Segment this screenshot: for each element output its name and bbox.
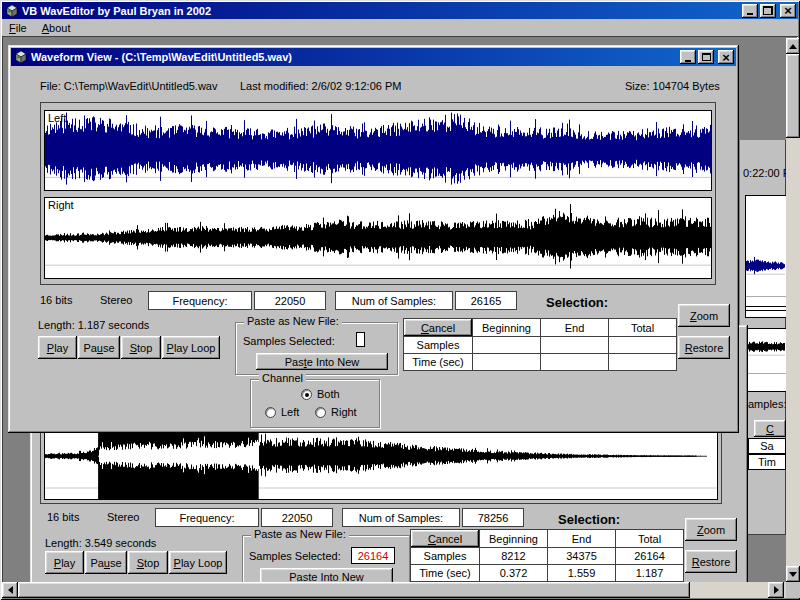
- win1-num-samples-field: Num of Samples: 26165: [335, 291, 517, 310]
- win2-cancel-button[interactable]: Cancel: [411, 530, 479, 547]
- win2-num-samples-field: Num of Samples: 78256: [342, 508, 524, 527]
- num-samples-value: 26165: [455, 291, 517, 310]
- win1-frequency-field: Frequency: 22050: [148, 291, 326, 310]
- gridline: [746, 306, 786, 307]
- win1-length-label: Length: 1.187 seconds: [38, 319, 149, 331]
- win1-pause-button[interactable]: Pause: [78, 336, 120, 359]
- time-end-value: 1.559: [548, 565, 615, 581]
- win1-play-button[interactable]: Play: [38, 336, 77, 359]
- menu-item-about[interactable]: About: [42, 22, 71, 34]
- scroll-left-button[interactable]: [2, 582, 18, 598]
- win2-selection-label: Selection:: [558, 512, 620, 527]
- window-icon: [13, 50, 27, 64]
- column-header-end: End: [541, 319, 608, 336]
- app-title: VB WavEditor by Paul Bryan in 2002: [22, 5, 740, 17]
- row-label-time: Time (sec): [411, 565, 479, 581]
- channel-group: Channel Both Left Right: [250, 379, 380, 428]
- samples-selected-label: Samples Selected:: [243, 335, 335, 347]
- win2-play-loop-button[interactable]: Play Loop: [169, 551, 227, 574]
- radio-icon: [315, 407, 326, 418]
- arrow-right-icon: [774, 586, 779, 594]
- horizontal-scrollbar[interactable]: [2, 582, 786, 598]
- win1-waveform-frame: Left Right: [40, 102, 716, 285]
- samples-total-value: [609, 337, 676, 353]
- win1-zoom-button[interactable]: Zoom: [678, 304, 730, 327]
- win2-length-label: Length: 3.549 seconds: [45, 537, 156, 549]
- win1-paste-group: Paste as New File: Samples Selected: Pas…: [235, 322, 398, 375]
- win3-time-row-fragment: Tim: [748, 454, 786, 470]
- win3-left-waveform-box[interactable]: [745, 195, 786, 318]
- app-close-button[interactable]: [780, 4, 796, 18]
- win3-cancel-button-fragment[interactable]: C: [754, 420, 786, 437]
- samples-beginning-value: [473, 337, 540, 353]
- gridline: [746, 373, 786, 374]
- minimize-icon: [747, 13, 753, 15]
- scroll-down-button[interactable]: [786, 566, 800, 582]
- win2-restore-button[interactable]: Restore: [685, 550, 737, 573]
- win1-maximize-button[interactable]: [698, 50, 714, 64]
- right-channel-box[interactable]: Right: [44, 197, 712, 279]
- win2-pause-button[interactable]: Pause: [85, 551, 127, 574]
- arrow-down-icon: [789, 572, 797, 577]
- win1-close-button[interactable]: [718, 50, 734, 64]
- win1-mode-label: Stereo: [100, 294, 132, 306]
- win2-frequency-field: Frequency: 22050: [155, 508, 333, 527]
- paste-group-legend: Paste as New File:: [244, 315, 342, 327]
- column-header-total: Total: [616, 530, 683, 547]
- left-channel-box[interactable]: Left: [44, 110, 712, 191]
- win2-stop-button[interactable]: Stop: [128, 551, 168, 574]
- win1-title: Waveform View - (C:\Temp\WavEdit\Untitle…: [31, 51, 678, 63]
- waveform-window[interactable]: Waveform View - (C:\Temp\WavEdit\Untitle…: [8, 45, 739, 433]
- vertical-scrollbar[interactable]: [786, 38, 800, 582]
- time-beginning-value: [473, 354, 540, 370]
- close-icon: [722, 50, 730, 65]
- horizontal-scrollbar-thumb[interactable]: [18, 582, 690, 598]
- win1-play-loop-button[interactable]: Play Loop: [162, 336, 220, 359]
- samples-end-value: [541, 337, 608, 353]
- scrollbar-corner: [786, 582, 800, 598]
- left-channel-waveform: [45, 111, 711, 190]
- win3-right-waveform-box[interactable]: [745, 328, 786, 392]
- num-samples-label: Num of Samples:: [335, 291, 453, 310]
- gridline: [746, 296, 786, 297]
- app-minimize-button[interactable]: [742, 4, 758, 18]
- close-icon: [784, 3, 792, 18]
- gridline: [746, 310, 786, 311]
- win1-titlebar[interactable]: Waveform View - (C:\Temp\WavEdit\Untitle…: [11, 48, 736, 66]
- column-header-beginning: Beginning: [473, 319, 540, 336]
- time-end-value: [541, 354, 608, 370]
- win2-waveform-box[interactable]: [44, 429, 718, 500]
- win2-paste-group: Paste as New File: Samples Selected: 261…: [242, 535, 410, 587]
- app-restore-button[interactable]: [760, 4, 776, 18]
- channel-group-legend: Channel: [259, 372, 306, 384]
- win2-zoom-button[interactable]: Zoom: [685, 518, 737, 541]
- last-modified-label: Last modified: 2/6/02 9:12:06 PM: [240, 80, 401, 92]
- scroll-right-button[interactable]: [768, 582, 784, 598]
- win3-left-waveform: [746, 254, 785, 278]
- win1-restore-button[interactable]: Restore: [678, 336, 730, 359]
- win1-paste-into-new-button[interactable]: Paste Into New: [256, 353, 388, 370]
- app-titlebar[interactable]: VB WavEditor by Paul Bryan in 2002: [2, 2, 798, 19]
- win1-minimize-button[interactable]: [680, 50, 696, 64]
- channel-radio-right[interactable]: Right: [315, 406, 357, 418]
- num-samples-value: 78256: [462, 508, 524, 527]
- channel-radio-both[interactable]: Both: [301, 388, 340, 400]
- channel-radio-left[interactable]: Left: [265, 406, 299, 418]
- samples-selected-value: 26164: [351, 547, 395, 564]
- radio-icon: [265, 407, 276, 418]
- win1-cancel-button[interactable]: Cancel: [404, 319, 472, 336]
- maximize-icon: [702, 53, 711, 61]
- file-path-label: File: C:\Temp\WavEdit\Untitled5.wav: [40, 80, 217, 92]
- frequency-value: 22050: [254, 291, 326, 310]
- scroll-up-button[interactable]: [786, 38, 800, 54]
- app-icon: [4, 4, 18, 18]
- right-channel-waveform: [45, 198, 711, 278]
- menu-item-file[interactable]: File: [9, 22, 27, 34]
- vertical-scrollbar-thumb[interactable]: [786, 54, 800, 138]
- radio-icon: [301, 389, 312, 400]
- win1-selection-label: Selection:: [546, 295, 608, 310]
- samples-total-value: 26164: [616, 548, 683, 564]
- time-total-value: [609, 354, 676, 370]
- win2-play-button[interactable]: Play: [45, 551, 84, 574]
- win1-stop-button[interactable]: Stop: [121, 336, 161, 359]
